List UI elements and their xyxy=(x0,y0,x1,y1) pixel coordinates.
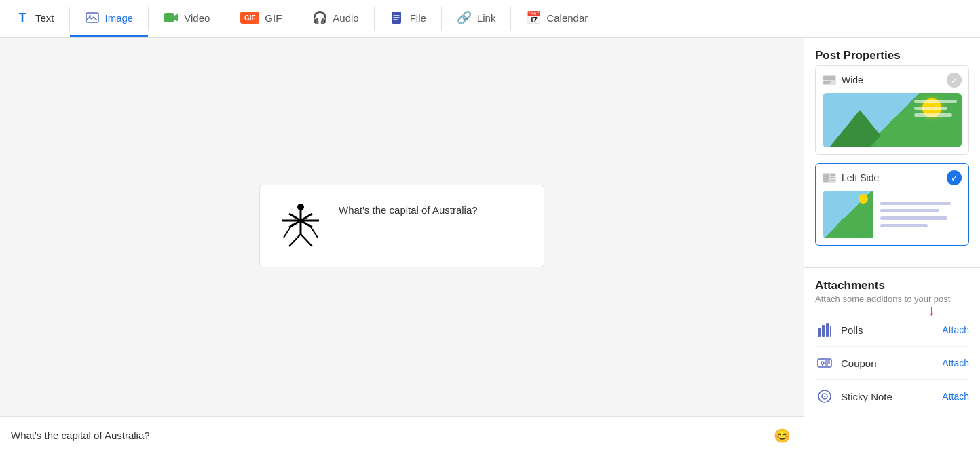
bottom-bar: 😊 xyxy=(0,416,804,454)
polls-attach-button[interactable]: Attach xyxy=(942,324,969,335)
ls-line-2 xyxy=(880,209,939,212)
wide-preview xyxy=(823,93,962,147)
tab-audio-label: Audio xyxy=(333,12,358,24)
leftside-text-lines xyxy=(878,191,962,238)
svg-rect-22 xyxy=(818,328,821,337)
tab-video-label: Video xyxy=(184,12,210,24)
attachments-subtitle: Attach some additions to your post xyxy=(815,294,969,304)
wide-line-3 xyxy=(914,113,952,117)
svg-rect-14 xyxy=(823,76,835,80)
polls-icon xyxy=(815,320,834,339)
leftside-check-icon: ✓ xyxy=(947,170,962,185)
leftside-preview xyxy=(823,191,962,238)
panel-title: Post Properties xyxy=(815,49,969,62)
leftside-label: Left Side xyxy=(842,172,879,183)
tab-gif-label: GIF xyxy=(265,12,282,24)
leftside-img-bg xyxy=(823,191,873,238)
layout-options: Wide ✓ xyxy=(815,65,969,246)
svg-line-9 xyxy=(301,234,312,246)
tab-text[interactable]: T Text xyxy=(0,0,69,37)
calendar-icon: 📅 xyxy=(526,10,541,25)
wide-line-2 xyxy=(914,107,947,110)
attachments-title: Attachments xyxy=(815,279,969,292)
svg-rect-15 xyxy=(823,81,831,83)
svg-line-10 xyxy=(284,224,293,238)
leftside-preview-img xyxy=(823,191,873,238)
tab-video[interactable]: Video xyxy=(149,0,225,37)
text-icon: T xyxy=(15,10,30,25)
attach-row-polls: Polls ↓ Attach xyxy=(815,314,969,347)
wide-layout-icon xyxy=(823,73,836,87)
ls-line-1 xyxy=(880,202,951,205)
polls-label: Polls xyxy=(841,324,935,336)
main-layout: What's the capital of Australia? 😊 Post … xyxy=(0,38,980,454)
gif-icon: GIF xyxy=(240,12,259,24)
ls-mountain xyxy=(826,218,860,238)
svg-point-34 xyxy=(824,396,825,397)
tab-calendar-label: Calendar xyxy=(546,12,588,24)
video-icon xyxy=(164,10,178,25)
coupon-attach-button[interactable]: Attach xyxy=(942,358,969,368)
leftside-option-header: Left Side ✓ xyxy=(823,170,962,185)
tab-link[interactable]: 🔗 Link xyxy=(442,0,511,37)
tab-file-label: File xyxy=(410,12,426,24)
svg-point-28 xyxy=(821,362,824,364)
audio-icon: 🎧 xyxy=(312,10,327,25)
tab-file[interactable]: File xyxy=(375,0,441,37)
attach-row-coupon: Coupon Attach xyxy=(815,347,969,380)
svg-line-8 xyxy=(289,234,301,246)
sticky-attach-button[interactable]: Attach xyxy=(942,391,969,402)
ls-sun xyxy=(859,194,868,204)
post-properties-section: Post Properties Wide xyxy=(804,38,980,267)
svg-rect-20 xyxy=(830,177,834,178)
ls-line-3 xyxy=(880,216,947,220)
svg-rect-25 xyxy=(830,326,831,337)
ls-line-4 xyxy=(880,224,928,227)
svg-rect-2 xyxy=(164,13,174,22)
post-text: What's the capital of Australia? xyxy=(339,199,478,216)
post-card: What's the capital of Australia? xyxy=(259,185,544,267)
content-area: What's the capital of Australia? 😊 xyxy=(0,38,804,454)
tab-bar: T Text Image Video GIF GIF 🎧 Audio xyxy=(0,0,980,38)
svg-rect-21 xyxy=(830,180,835,181)
sticky-label: Sticky Note xyxy=(841,391,935,402)
tab-link-label: Link xyxy=(477,12,496,24)
tab-audio[interactable]: 🎧 Audio xyxy=(297,0,373,37)
emoji-button[interactable]: 😊 xyxy=(771,425,793,447)
attach-row-sticky: Sticky Note Attach xyxy=(815,380,969,413)
image-icon xyxy=(85,10,100,25)
coupon-icon xyxy=(815,354,834,373)
tab-image[interactable]: Image xyxy=(70,0,149,37)
post-input[interactable] xyxy=(11,430,771,441)
svg-line-11 xyxy=(309,224,318,238)
arrow-indicator: ↓ xyxy=(928,301,935,319)
wide-preview-lines xyxy=(914,100,962,120)
layout-option-leftside[interactable]: Left Side ✓ xyxy=(815,163,969,246)
svg-rect-19 xyxy=(830,174,835,176)
svg-rect-16 xyxy=(823,83,829,84)
file-icon xyxy=(390,10,404,25)
leftside-layout-icon xyxy=(823,171,836,185)
wide-label: Wide xyxy=(842,75,863,86)
layout-option-wide[interactable]: Wide ✓ xyxy=(815,65,969,155)
coupon-label: Coupon xyxy=(841,358,935,369)
attachments-section: Attachments Attach some additions to you… xyxy=(804,267,980,423)
tab-text-label: Text xyxy=(35,12,54,24)
sticky-note-icon xyxy=(815,387,834,406)
tab-gif[interactable]: GIF GIF xyxy=(225,0,297,37)
svg-rect-23 xyxy=(822,325,825,337)
wide-line-1 xyxy=(914,100,957,103)
svg-rect-18 xyxy=(823,174,829,182)
tab-image-label: Image xyxy=(105,12,134,24)
svg-rect-24 xyxy=(826,323,829,337)
post-image-thumbnail xyxy=(274,199,328,253)
tab-calendar[interactable]: 📅 Calendar xyxy=(511,0,603,37)
wide-check-icon: ✓ xyxy=(947,73,962,88)
wide-option-header: Wide ✓ xyxy=(823,73,962,88)
svg-point-12 xyxy=(297,204,304,210)
link-icon: 🔗 xyxy=(457,10,472,25)
right-panel: Post Properties Wide xyxy=(804,38,980,454)
